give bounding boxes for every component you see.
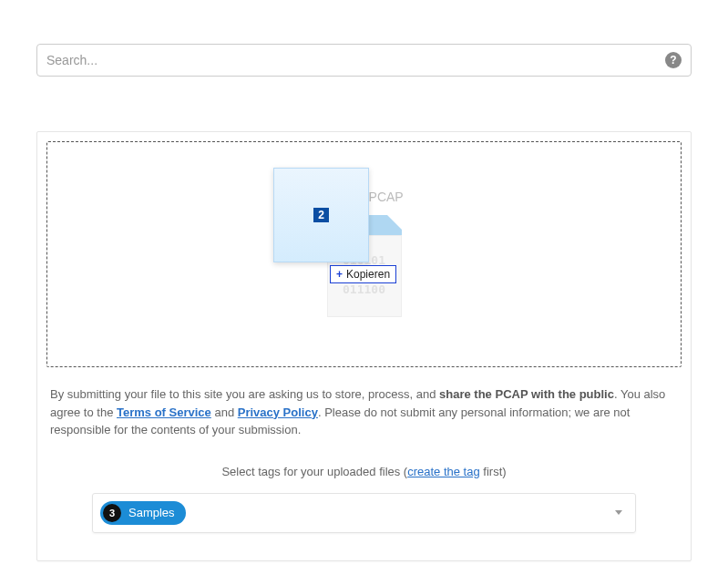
plus-icon: + xyxy=(336,268,343,281)
tooltip-text: Kopieren xyxy=(346,268,390,281)
tag-badge: 3 xyxy=(103,504,121,522)
privacy-link[interactable]: Privacy Policy xyxy=(238,405,318,419)
create-tag-link[interactable]: create the tag xyxy=(407,465,480,478)
drag-count-badge: 2 xyxy=(313,208,329,222)
upload-dropzone[interactable]: Upload PCAP 010101 011010 011100 2 + Kop… xyxy=(46,141,682,367)
upload-card: Upload PCAP 010101 011010 011100 2 + Kop… xyxy=(36,131,692,561)
drag-preview-thumbnail[interactable]: 2 xyxy=(273,168,369,262)
search-bar: ? xyxy=(36,44,692,77)
selected-tag-chip[interactable]: 3 Samples xyxy=(100,501,186,525)
disclaimer-text: By submitting your file to this site you… xyxy=(46,385,682,439)
tos-link[interactable]: Terms of Service xyxy=(117,405,211,419)
drag-action-tooltip: + Kopieren xyxy=(330,265,396,283)
tags-select[interactable]: 3 Samples xyxy=(92,493,636,533)
tags-prompt: Select tags for your uploaded files (cre… xyxy=(46,465,682,478)
help-icon[interactable]: ? xyxy=(665,52,682,68)
tag-label: Samples xyxy=(128,506,175,519)
binary-line: 011100 xyxy=(327,282,402,297)
search-input[interactable] xyxy=(46,53,665,67)
chevron-down-icon xyxy=(615,510,622,515)
